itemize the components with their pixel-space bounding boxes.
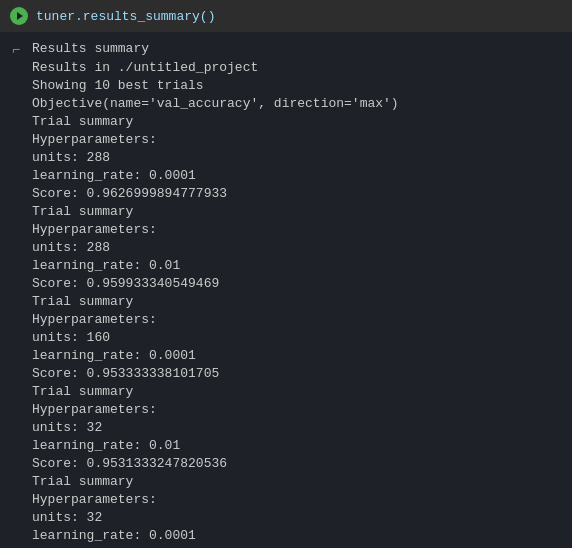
- line-icon: [12, 437, 32, 438]
- output-line: Hyperparameters:: [12, 491, 560, 509]
- output-line: Hyperparameters:: [12, 131, 560, 149]
- line-icon: [12, 401, 32, 402]
- output-line: Showing 10 best trials: [12, 77, 560, 95]
- line-text: units: 32: [32, 509, 102, 527]
- output-line: units: 288: [12, 239, 560, 257]
- line-icon: [12, 365, 32, 366]
- line-text: Score: 0.953333338101705: [32, 365, 219, 383]
- output-line: Score: 0.953333338101705: [12, 365, 560, 383]
- line-icon: [12, 77, 32, 78]
- line-text: learning_rate: 0.01: [32, 437, 180, 455]
- line-icon: [12, 221, 32, 222]
- output-line: Score: 0.9626999894777933: [12, 185, 560, 203]
- output-line: Hyperparameters:: [12, 401, 560, 419]
- output-area: ⌐Results summary Results in ./untitled_p…: [0, 32, 572, 548]
- line-icon: [12, 293, 32, 294]
- play-button[interactable]: [10, 7, 28, 25]
- line-text: Trial summary: [32, 293, 133, 311]
- output-line: Hyperparameters:: [12, 311, 560, 329]
- output-line: learning_rate: 0.0001: [12, 527, 560, 545]
- line-text: Hyperparameters:: [32, 221, 157, 239]
- output-line: units: 288: [12, 149, 560, 167]
- line-icon: [12, 383, 32, 384]
- output-line: learning_rate: 0.01: [12, 257, 560, 275]
- line-text: Trial summary: [32, 473, 133, 491]
- output-line: learning_rate: 0.01: [12, 437, 560, 455]
- output-line: Results in ./untitled_project: [12, 59, 560, 77]
- line-icon: ⌐: [12, 40, 32, 59]
- line-icon: [12, 419, 32, 420]
- line-icon: [12, 131, 32, 132]
- line-text: Score: 0.959933340549469: [32, 275, 219, 293]
- output-line: Trial summary: [12, 383, 560, 401]
- line-text: Hyperparameters:: [32, 131, 157, 149]
- line-text: units: 160: [32, 329, 110, 347]
- line-icon: [12, 167, 32, 168]
- line-icon: [12, 509, 32, 510]
- line-text: Trial summary: [32, 203, 133, 221]
- line-text: Score: 0.9531333247820536: [32, 455, 227, 473]
- line-text: Results in ./untitled_project: [32, 59, 258, 77]
- output-line: units: 32: [12, 419, 560, 437]
- line-icon: [12, 203, 32, 204]
- line-icon: [12, 185, 32, 186]
- output-line: Trial summary: [12, 293, 560, 311]
- line-text: Results summary: [32, 40, 149, 58]
- line-icon: [12, 239, 32, 240]
- output-line: Hyperparameters:: [12, 221, 560, 239]
- line-text: units: 288: [32, 239, 110, 257]
- line-text: learning_rate: 0.01: [32, 257, 180, 275]
- line-text: Hyperparameters:: [32, 401, 157, 419]
- line-text: learning_rate: 0.0001: [32, 347, 196, 365]
- line-icon: [12, 149, 32, 150]
- output-line: Score: 0.959933340549469: [12, 275, 560, 293]
- output-line: Score: 0.9531333247820536: [12, 455, 560, 473]
- output-line: Trial summary: [12, 473, 560, 491]
- function-call-label: tuner.results_summary(): [36, 9, 215, 24]
- line-text: Hyperparameters:: [32, 491, 157, 509]
- line-text: Trial summary: [32, 383, 133, 401]
- line-icon: [12, 527, 32, 528]
- line-text: learning_rate: 0.0001: [32, 167, 196, 185]
- line-icon: [12, 59, 32, 60]
- output-line: units: 32: [12, 509, 560, 527]
- line-text: learning_rate: 0.0001: [32, 527, 196, 545]
- line-icon: [12, 455, 32, 456]
- line-text: Objective(name='val_accuracy', direction…: [32, 95, 399, 113]
- line-text: Score: 0.9626999894777933: [32, 185, 227, 203]
- line-text: units: 32: [32, 419, 102, 437]
- toolbar: tuner.results_summary(): [0, 0, 572, 32]
- line-text: Showing 10 best trials: [32, 77, 204, 95]
- line-icon: [12, 473, 32, 474]
- line-icon: [12, 347, 32, 348]
- line-icon: [12, 491, 32, 492]
- line-text: units: 288: [32, 149, 110, 167]
- line-icon: [12, 329, 32, 330]
- output-line: learning_rate: 0.0001: [12, 167, 560, 185]
- line-text: Trial summary: [32, 113, 133, 131]
- output-line: Objective(name='val_accuracy', direction…: [12, 95, 560, 113]
- line-text: Hyperparameters:: [32, 311, 157, 329]
- output-line: ⌐Results summary: [12, 40, 560, 59]
- output-line: units: 160: [12, 329, 560, 347]
- line-icon: [12, 275, 32, 276]
- output-line: learning_rate: 0.0001: [12, 347, 560, 365]
- line-icon: [12, 545, 32, 546]
- line-icon: [12, 311, 32, 312]
- line-icon: [12, 257, 32, 258]
- line-icon: [12, 95, 32, 96]
- output-line: Trial summary: [12, 113, 560, 131]
- line-icon: [12, 113, 32, 114]
- output-line: Trial summary: [12, 203, 560, 221]
